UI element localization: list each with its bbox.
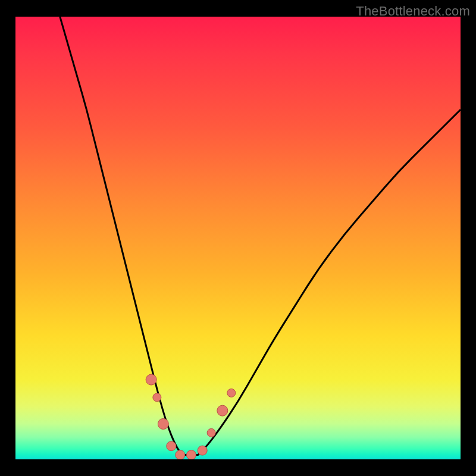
plot-area [15, 17, 461, 459]
chart-frame: TheBottleneck.com [0, 0, 476, 476]
marker-dot [227, 389, 236, 397]
marker-dot [198, 446, 207, 455]
watermark-text: TheBottleneck.com [356, 4, 470, 19]
marker-dot [186, 450, 196, 459]
marker-dot [158, 418, 168, 429]
marker-dot [217, 405, 228, 416]
marker-dot [146, 374, 156, 385]
marker-dot [207, 428, 215, 437]
marker-dot [167, 441, 176, 451]
marker-dot [176, 450, 185, 459]
marker-dot [153, 393, 161, 402]
data-markers [15, 17, 461, 459]
